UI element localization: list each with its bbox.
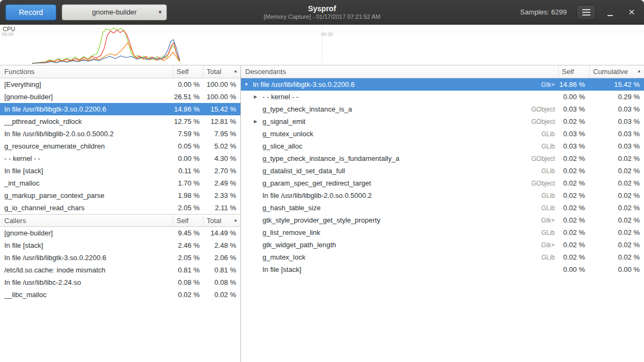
table-row[interactable]: gtk_widget_path_lengthGtk+0.02 %0.02 % — [241, 239, 644, 251]
table-row[interactable]: g_list_remove_linkGLib0.02 %0.02 % — [241, 226, 644, 239]
total-value: 12.81 % — [203, 117, 240, 125]
function-name: /etc/ld.so.cache: inode mismatch — [0, 266, 173, 274]
cpu-graph[interactable]: CPU 00:00 00:30 — [0, 25, 644, 65]
cumulative-value: 0.02 % — [589, 167, 644, 175]
total-value: 0.02 % — [203, 291, 240, 299]
total-value: 14.49 % — [203, 229, 240, 237]
table-row[interactable]: g_mutex_unlockGLib0.03 %0.03 % — [241, 128, 644, 140]
category-label: GLib — [541, 143, 558, 150]
total-value: 2.33 % — [203, 191, 240, 200]
table-row[interactable]: In file [stack]0.00 %0.00 % — [241, 263, 644, 276]
total-value: 0.81 % — [203, 266, 240, 274]
table-row[interactable]: g_markup_parse_context_parse1.98 %2.33 % — [0, 189, 240, 202]
self-value: 0.02 % — [558, 241, 589, 249]
expand-icon[interactable]: ▶ — [254, 95, 262, 99]
total-value: 2.11 % — [203, 204, 240, 212]
functions-column-header[interactable]: Functions — [0, 65, 173, 78]
function-name: [gnome-builder] — [0, 93, 173, 101]
table-row[interactable]: In file /usr/lib/libgtk-3.so.0.2200.614.… — [0, 103, 240, 115]
table-row[interactable]: _int_malloc1.70 %2.49 % — [0, 177, 240, 189]
table-row[interactable]: g_param_spec_get_redirect_targetGObject0… — [241, 177, 644, 189]
table-row[interactable]: [Everything]0.00 %100.00 % — [0, 78, 240, 91]
table-row[interactable]: g_hash_table_sizeGLib0.02 %0.02 % — [241, 202, 644, 214]
functions-self-column-header[interactable]: Self — [173, 65, 203, 78]
descendants-table-body: ▼In file /usr/lib/libgtk-3.so.0.2200.6Gt… — [241, 78, 644, 276]
function-name-cell: In file /usr/lib/libglib-2.0.so.0.5000.2… — [241, 191, 558, 200]
function-name: - - kernel - - — [262, 93, 298, 101]
self-value: 14.86 % — [173, 105, 203, 113]
table-row[interactable]: - - kernel - -0.00 %4.30 % — [0, 152, 240, 165]
total-value: 2.06 % — [203, 254, 240, 262]
category-label: Gtk+ — [541, 217, 558, 224]
category-label: Gtk+ — [541, 241, 558, 249]
function-name: In file [stack] — [0, 167, 173, 175]
table-row[interactable]: /etc/ld.so.cache: inode mismatch0.81 %0.… — [0, 264, 240, 276]
self-value: 0.02 % — [558, 253, 589, 261]
self-value: 14.86 % — [558, 80, 589, 88]
descendants-cumulative-column-header[interactable]: Cumulative ▲ — [589, 65, 644, 78]
time-label-mid: 00:30 — [321, 32, 333, 37]
table-row[interactable]: g_resource_enumerate_children0.05 %5.02 … — [0, 140, 240, 152]
table-row[interactable]: ▶- - kernel - -0.00 %0.29 % — [241, 91, 644, 103]
function-name: g_type_check_instance_is_a — [262, 105, 352, 113]
function-name-cell: g_mutex_unlockGLib — [241, 130, 558, 138]
table-row[interactable]: In file /usr/lib/libgtk-3.so.0.2200.62.0… — [0, 252, 240, 264]
table-row[interactable]: g_datalist_id_set_data_fullGLib0.02 %0.0… — [241, 165, 644, 177]
callers-total-column-header[interactable]: Total ▲ — [203, 215, 240, 226]
table-row[interactable]: In file [stack]2.46 %2.48 % — [0, 239, 240, 252]
cumulative-value: 15.42 % — [589, 80, 644, 88]
category-label: GLib — [541, 229, 558, 237]
collapse-icon[interactable]: ▼ — [244, 83, 253, 87]
menu-button[interactable] — [576, 5, 596, 20]
self-value: 0.00 % — [173, 154, 203, 162]
functions-total-column-header[interactable]: Total ▲ — [203, 65, 240, 78]
function-name-cell: g_list_remove_linkGLib — [241, 228, 558, 237]
table-row[interactable]: [gnome-builder]26.51 %100.00 % — [0, 91, 240, 103]
table-row[interactable]: [gnome-builder]9.45 %14.49 % — [0, 227, 240, 239]
table-row[interactable]: g_type_check_instance_is_aGObject0.03 %0… — [241, 103, 644, 115]
cpu-red-line — [32, 30, 180, 63]
cumulative-value: 0.02 % — [589, 228, 644, 237]
expand-icon[interactable]: ▶ — [254, 120, 262, 124]
self-value: 0.02 % — [558, 216, 589, 224]
table-row[interactable]: g_type_check_instance_is_fundamentally_a… — [241, 152, 644, 165]
table-row[interactable]: In file /usr/lib/libc-2.24.so0.08 %0.08 … — [0, 276, 240, 289]
header-right: Samples: 6299 ✕ — [520, 5, 639, 20]
function-name: In file /usr/lib/libgtk-3.so.0.2200.6 — [253, 80, 355, 88]
table-row[interactable]: gtk_style_provider_get_style_propertyGtk… — [241, 214, 644, 226]
minimize-button[interactable] — [603, 5, 617, 19]
table-row[interactable]: g_mutex_lockGLib0.02 %0.02 % — [241, 251, 644, 263]
function-name: In file /usr/lib/libglib-2.0.so.0.5000.2 — [262, 191, 372, 200]
callers-self-column-header[interactable]: Self — [173, 215, 203, 226]
table-row[interactable]: g_io_channel_read_chars2.05 %2.11 % — [0, 202, 240, 214]
category-label: GLib — [541, 254, 558, 261]
left-panel: Functions Self Total ▲ [Everything]0.00 … — [0, 65, 241, 362]
headerbar: Record gnome-builder ▾ Sysprof [Memory C… — [0, 0, 644, 25]
record-button[interactable]: Record — [5, 4, 56, 20]
functions-table-header: Functions Self Total ▲ — [0, 65, 240, 78]
total-value: 2.70 % — [203, 167, 240, 175]
window-subtitle: [Memory Capture] - 01/17/2017 07:21:52 A… — [264, 13, 380, 20]
descendants-column-header[interactable]: Descendants — [241, 65, 558, 78]
function-name: g_resource_enumerate_children — [0, 142, 173, 150]
table-row[interactable]: ▶g_signal_emitGObject0.02 %0.03 % — [241, 115, 644, 128]
table-row[interactable]: __pthread_rwlock_rdlock12.75 %12.81 % — [0, 115, 240, 128]
close-button[interactable]: ✕ — [625, 5, 639, 19]
self-value: 0.02 % — [173, 291, 203, 299]
cumulative-value: 0.03 % — [589, 142, 644, 150]
table-row[interactable]: In file [stack]0.11 %2.70 % — [0, 165, 240, 177]
table-row[interactable]: In file /usr/lib/libglib-2.0.so.0.5000.2… — [241, 189, 644, 202]
samples-count: Samples: 6299 — [520, 8, 567, 16]
table-row[interactable]: __libc_malloc0.02 %0.02 % — [0, 289, 240, 301]
function-name: gtk_widget_path_length — [262, 241, 336, 249]
cumulative-value: 0.00 % — [589, 265, 644, 274]
self-value: 7.59 % — [173, 130, 203, 138]
table-row[interactable]: g_slice_allocGLib0.03 %0.03 % — [241, 140, 644, 152]
descendants-self-column-header[interactable]: Self — [558, 65, 589, 78]
table-row[interactable]: ▼In file /usr/lib/libgtk-3.so.0.2200.6Gt… — [241, 78, 644, 91]
time-label-start: 00:00 — [2, 32, 14, 37]
table-row[interactable]: In file /usr/lib/libglib-2.0.so.0.5000.2… — [0, 128, 240, 140]
function-name: __pthread_rwlock_rdlock — [0, 117, 173, 125]
callers-column-header[interactable]: Callers — [0, 215, 173, 226]
target-selector[interactable]: gnome-builder ▾ — [62, 4, 167, 20]
